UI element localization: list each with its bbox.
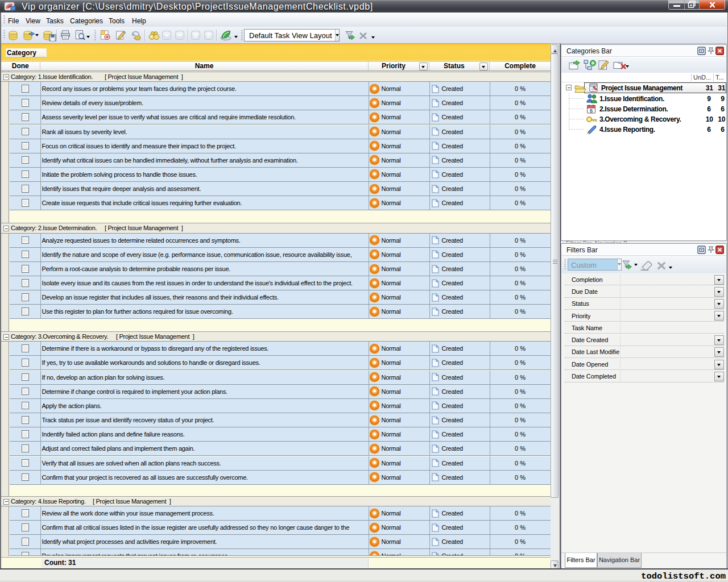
- svg-text:5: 5: [590, 108, 593, 114]
